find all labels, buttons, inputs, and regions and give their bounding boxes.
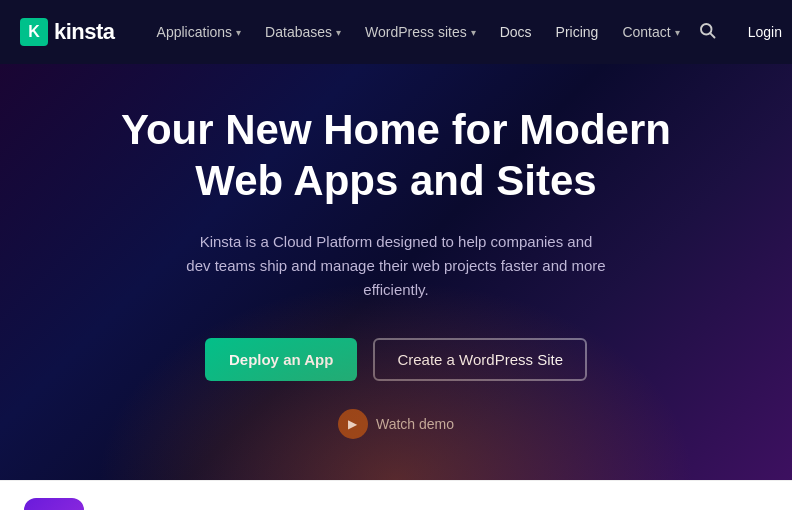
logo-text: kinsta (54, 19, 115, 45)
nav-item-pricing[interactable]: Pricing (546, 16, 609, 48)
nav-item-contact[interactable]: Contact ▾ (612, 16, 689, 48)
nav-item-databases[interactable]: Databases ▾ (255, 16, 351, 48)
chevron-down-icon: ▾ (471, 27, 476, 38)
chevron-down-icon: ▾ (675, 27, 680, 38)
watch-demo-button[interactable]: ▶ Watch demo (338, 409, 454, 439)
nav-item-applications[interactable]: Applications ▾ (147, 16, 252, 48)
login-button[interactable]: Login (736, 16, 792, 48)
hero-section: Your New Home for Modern Web Apps and Si… (0, 64, 792, 480)
logo-icon: K (20, 18, 48, 46)
nav-links: Applications ▾ Databases ▾ WordPress sit… (147, 16, 690, 48)
footer-brand-info: Kinsta The First Host To Utilize Google … (98, 506, 371, 510)
nav-actions: Login Sign Up (690, 7, 792, 57)
hero-title: Your New Home for Modern Web Apps and Si… (116, 105, 676, 206)
create-wordpress-button[interactable]: Create a WordPress Site (373, 338, 587, 381)
svg-line-1 (710, 33, 714, 37)
logo[interactable]: K kinsta (20, 18, 115, 46)
hero-subtitle: Kinsta is a Cloud Platform designed to h… (186, 230, 606, 302)
navbar: K kinsta Applications ▾ Databases ▾ Word… (0, 0, 792, 64)
chevron-down-icon: ▾ (236, 27, 241, 38)
footer-logo: K Kinsta The First Host To Utilize Googl… (24, 498, 371, 511)
chevron-down-icon: ▾ (336, 27, 341, 38)
watch-demo-label: Watch demo (376, 416, 454, 432)
nav-item-docs[interactable]: Docs (490, 16, 542, 48)
hero-buttons: Deploy an App Create a WordPress Site (205, 338, 587, 381)
footer-brand-name: Kinsta (98, 506, 371, 510)
nav-item-wordpress-sites[interactable]: WordPress sites ▾ (355, 16, 486, 48)
play-icon: ▶ (338, 409, 368, 439)
footer-logo-icon: K (24, 498, 84, 511)
deploy-app-button[interactable]: Deploy an App (205, 338, 357, 381)
search-icon[interactable] (690, 17, 724, 48)
footer-bar: K Kinsta The First Host To Utilize Googl… (0, 480, 792, 510)
